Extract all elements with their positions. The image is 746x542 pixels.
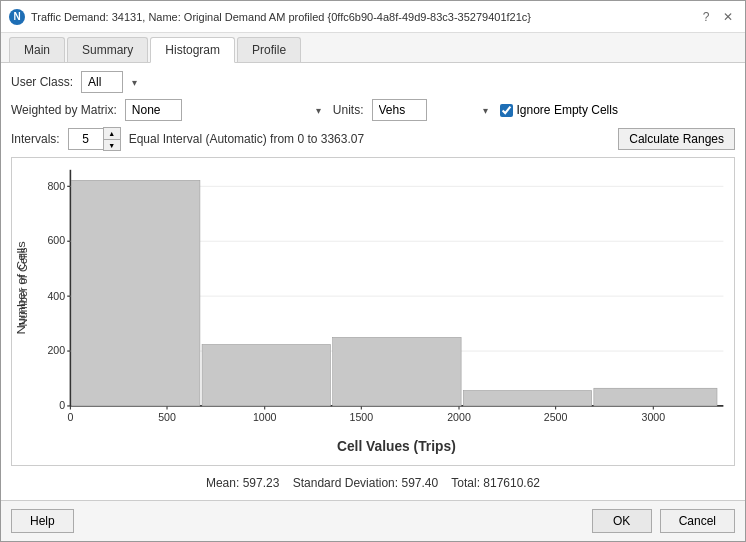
svg-text:800: 800 — [47, 179, 65, 192]
main-window: N Traffic Demand: 34131, Name: Original … — [0, 0, 746, 542]
chart-area: Number of Cells 0 — [11, 157, 735, 466]
svg-text:2000: 2000 — [447, 411, 471, 424]
histogram-chart: 0 200 400 600 800 0 500 — [12, 158, 734, 465]
title-bar-left: N Traffic Demand: 34131, Name: Original … — [9, 9, 531, 25]
mean-label: Mean: — [206, 476, 239, 490]
close-btn[interactable]: ✕ — [719, 8, 737, 26]
units-select[interactable]: Vehs — [372, 99, 427, 121]
ignore-empty-cells-label-text: Ignore Empty Cells — [517, 103, 618, 117]
svg-text:Cell Values (Trips): Cell Values (Trips) — [337, 437, 456, 454]
svg-text:400: 400 — [47, 289, 65, 302]
svg-text:2500: 2500 — [544, 411, 568, 424]
tab-summary[interactable]: Summary — [67, 37, 148, 62]
svg-text:0: 0 — [59, 399, 65, 412]
svg-text:1000: 1000 — [253, 411, 277, 424]
help-icon-btn[interactable]: ? — [697, 8, 715, 26]
spinner-up-btn[interactable]: ▲ — [104, 128, 120, 139]
svg-text:0: 0 — [67, 411, 73, 424]
matrix-select[interactable]: None — [125, 99, 182, 121]
calculate-ranges-button[interactable]: Calculate Ranges — [618, 128, 735, 150]
weighted-by-label: Weighted by Matrix: — [11, 103, 117, 117]
std-dev-value: 597.40 — [401, 476, 438, 490]
interval-info-text: Equal Interval (Automatic) from 0 to 336… — [129, 132, 364, 146]
cancel-button[interactable]: Cancel — [660, 509, 735, 533]
total-value: 817610.62 — [483, 476, 540, 490]
svg-text:600: 600 — [47, 234, 65, 247]
bar-2 — [202, 345, 330, 406]
footer-right-buttons: OK Cancel — [592, 509, 735, 533]
ignore-empty-cells-checkbox-label[interactable]: Ignore Empty Cells — [500, 103, 618, 117]
mean-value: 597.23 — [243, 476, 280, 490]
footer: Help OK Cancel — [1, 500, 745, 541]
spinner-buttons: ▲ ▼ — [103, 127, 121, 151]
help-button[interactable]: Help — [11, 509, 74, 533]
bar-4 — [463, 391, 591, 406]
user-class-label: User Class: — [11, 75, 73, 89]
total-label: Total: — [451, 476, 480, 490]
intervals-row: Intervals: 5 ▲ ▼ Equal Interval (Automat… — [11, 127, 735, 151]
tab-profile[interactable]: Profile — [237, 37, 301, 62]
user-class-select[interactable]: All — [81, 71, 123, 93]
bar-5 — [594, 388, 717, 406]
title-bar-buttons: ? ✕ — [697, 8, 737, 26]
svg-text:Number of Cells: Number of Cells — [14, 241, 27, 334]
svg-text:3000: 3000 — [642, 411, 666, 424]
tabs-bar: Main Summary Histogram Profile — [1, 33, 745, 63]
ok-button[interactable]: OK — [592, 509, 652, 533]
units-select-wrapper: Vehs — [372, 99, 492, 121]
matrix-select-wrapper: None — [125, 99, 325, 121]
bar-1 — [71, 180, 199, 406]
intervals-input[interactable]: 5 — [68, 128, 103, 150]
weighted-row: Weighted by Matrix: None Units: Vehs Ign… — [11, 99, 735, 121]
std-dev-label: Standard Deviation: — [293, 476, 398, 490]
user-class-select-wrapper: All — [81, 71, 141, 93]
app-icon: N — [9, 9, 25, 25]
content-area: User Class: All Weighted by Matrix: None… — [1, 63, 745, 500]
stats-row: Mean: 597.23 Standard Deviation: 597.40 … — [11, 474, 735, 492]
svg-text:500: 500 — [158, 411, 176, 424]
intervals-spinner: 5 ▲ ▼ — [68, 127, 121, 151]
spinner-down-btn[interactable]: ▼ — [104, 139, 120, 150]
user-class-row: User Class: All — [11, 71, 735, 93]
bar-3 — [333, 337, 461, 405]
units-label: Units: — [333, 103, 364, 117]
svg-text:1500: 1500 — [350, 411, 374, 424]
tab-main[interactable]: Main — [9, 37, 65, 62]
title-bar: N Traffic Demand: 34131, Name: Original … — [1, 1, 745, 33]
svg-text:200: 200 — [47, 343, 65, 356]
intervals-label: Intervals: — [11, 132, 60, 146]
ignore-empty-cells-checkbox[interactable] — [500, 104, 513, 117]
tab-histogram[interactable]: Histogram — [150, 37, 235, 63]
window-title: Traffic Demand: 34131, Name: Original De… — [31, 11, 531, 23]
